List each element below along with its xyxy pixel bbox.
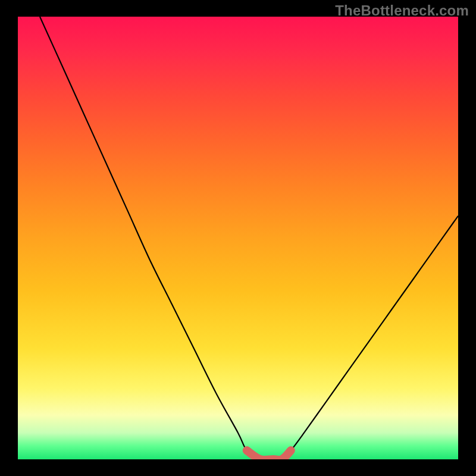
highlight-segment bbox=[247, 450, 291, 459]
chart-svg bbox=[18, 17, 458, 459]
chart-frame: TheBottleneck.com bbox=[0, 0, 476, 476]
watermark-text: TheBottleneck.com bbox=[335, 2, 469, 19]
curve-line bbox=[40, 17, 458, 459]
